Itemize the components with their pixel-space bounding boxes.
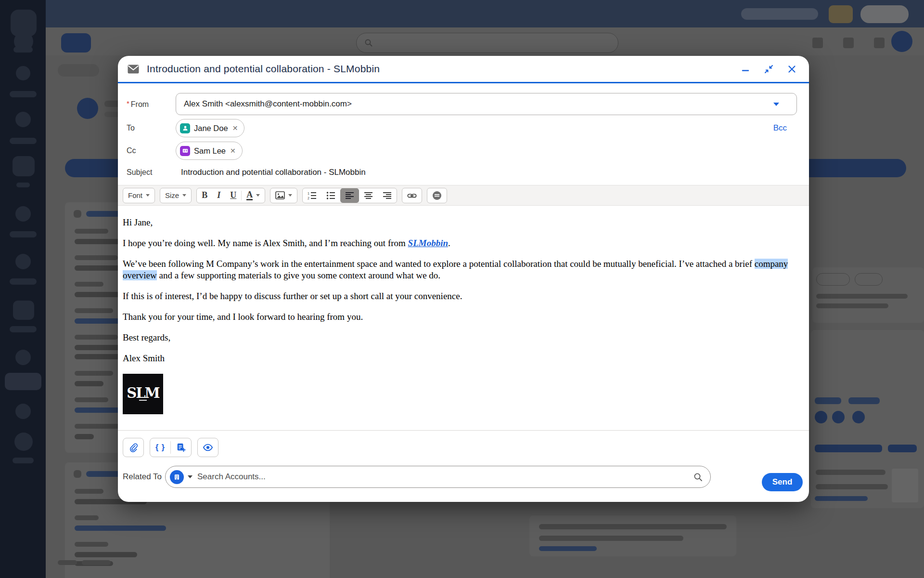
chevron-down-icon (256, 194, 260, 197)
quote-button[interactable] (427, 188, 447, 203)
person-icon (180, 123, 190, 133)
subject-value[interactable]: Introduction and potential collaboration… (176, 168, 366, 177)
email-compose-modal: Introduction and potential collaboration… (118, 56, 809, 502)
window-controls (741, 56, 796, 82)
align-left-button[interactable] (340, 188, 359, 203)
bold-button[interactable]: B (197, 188, 212, 203)
required-asterisk: * (127, 99, 129, 107)
merge-field-button[interactable]: { } (150, 438, 170, 457)
remove-cc-icon[interactable]: ✕ (230, 147, 236, 155)
body-paragraph: We’ve been following M Company’s work in… (123, 258, 796, 281)
signature-logo-subline (139, 400, 147, 401)
close-icon[interactable] (787, 64, 796, 74)
related-to-lookup[interactable]: Search Accounts... (165, 466, 711, 488)
align-right-button[interactable] (378, 188, 397, 203)
body-paragraph: Alex Smith (123, 353, 796, 364)
size-select[interactable]: Size (160, 188, 192, 203)
search-accounts-input[interactable]: Search Accounts... (197, 472, 693, 482)
from-value: Alex Smith <alexsmith@content-mobbin.com… (184, 99, 352, 109)
italic-button[interactable]: I (212, 188, 225, 203)
send-button[interactable]: Send (762, 473, 803, 491)
insert-link-button[interactable] (402, 188, 422, 203)
bullet-list-button[interactable] (321, 188, 340, 203)
chevron-down-icon (288, 194, 292, 197)
numbered-list-button[interactable]: 12 (303, 188, 321, 203)
restore-window-icon[interactable] (764, 64, 773, 74)
cc-name: Sam Lee (194, 146, 226, 156)
to-row: To Jane Doe ✕ Bcc (118, 119, 797, 137)
search-icon (693, 473, 703, 482)
subject-row: Subject Introduction and potential colla… (118, 166, 797, 179)
cc-label: Cc (118, 146, 176, 155)
attach-file-button[interactable] (123, 438, 144, 457)
eye-icon (203, 443, 213, 452)
envelope-icon (128, 65, 139, 74)
body-paragraph: I hope you’re doing well. My name is Ale… (123, 237, 796, 249)
image-icon (275, 191, 285, 199)
format-group: B I U A (196, 188, 265, 203)
recipient-name: Jane Doe (194, 124, 228, 133)
link-icon (407, 191, 417, 200)
body-paragraph: Best regards, (123, 332, 796, 343)
underline-button[interactable]: U (225, 188, 241, 203)
insert-template-button[interactable] (171, 438, 191, 457)
body-paragraph: Hi Jane, (123, 217, 796, 228)
contact-card-icon (180, 146, 190, 156)
from-row: *From Alex Smith <alexsmith@content-mobb… (118, 93, 797, 115)
screen: Introduction and potential collaboration… (0, 0, 924, 578)
svg-text:1: 1 (308, 192, 309, 195)
compose-footer: { } (118, 430, 809, 491)
insert-image-button[interactable] (270, 188, 297, 203)
body-paragraph: Thank you for your time, and I look forw… (123, 311, 796, 323)
list-align-group: 12 (302, 188, 397, 203)
svg-text:2: 2 (308, 197, 309, 200)
body-paragraph: If this is of interest, I’d be happy to … (123, 290, 796, 302)
footer-actions: { } (123, 438, 809, 457)
chevron-down-icon[interactable] (188, 475, 192, 478)
from-label: *From (118, 99, 176, 109)
cc-chip[interactable]: Sam Lee ✕ (176, 142, 243, 160)
compose-form: *From Alex Smith <alexsmith@content-mobb… (118, 83, 809, 179)
font-select[interactable]: Font (123, 188, 155, 203)
align-center-button[interactable] (359, 188, 378, 203)
richtext-toolbar: Font Size B I U A (118, 185, 809, 206)
compose-header: Introduction and potential collaboration… (118, 56, 809, 83)
from-select[interactable]: Alex Smith <alexsmith@content-mobbin.com… (176, 93, 797, 115)
compose-title: Introduction and potential collaboration… (147, 63, 380, 75)
subject-label: Subject (118, 168, 176, 177)
remove-recipient-icon[interactable]: ✕ (232, 124, 238, 132)
preview-button[interactable] (197, 438, 218, 457)
cc-row: Cc Sam Lee ✕ (118, 142, 797, 160)
recipient-chip[interactable]: Jane Doe ✕ (176, 119, 244, 137)
template-doc-plus-icon (176, 443, 186, 452)
chevron-down-icon (146, 194, 150, 197)
chevron-down-icon (773, 103, 779, 106)
signature-logo: SLM (123, 374, 163, 414)
bcc-link[interactable]: Bcc (773, 123, 787, 133)
related-to-row: Related To Search Accounts... Send (123, 462, 809, 491)
quote-bubble-icon (432, 191, 442, 200)
related-to-label: Related To (123, 472, 165, 482)
account-object-icon[interactable] (170, 470, 184, 484)
minimize-icon[interactable] (741, 64, 750, 74)
email-body-editor[interactable]: Hi Jane, I hope you’re doing well. My na… (118, 206, 809, 430)
signature-logo-text: SLM (127, 387, 159, 399)
chevron-down-icon (182, 194, 186, 197)
text-color-button[interactable]: A (242, 188, 265, 203)
slmobbin-link[interactable]: SLMobbin (408, 238, 448, 248)
to-label: To (118, 124, 176, 132)
paperclip-icon (128, 443, 138, 452)
merge-template-group: { } (150, 438, 192, 457)
